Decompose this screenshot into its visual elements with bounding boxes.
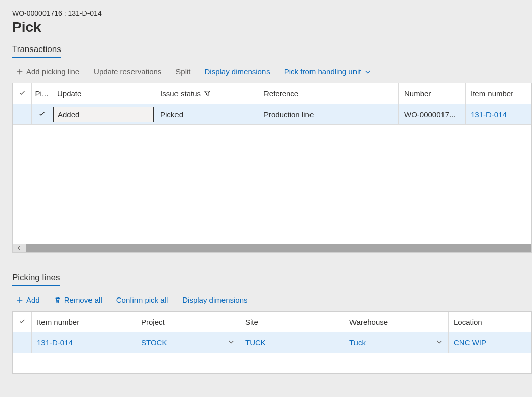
column-header-issue-status[interactable]: Issue status — [155, 83, 258, 104]
scroll-left-button[interactable] — [13, 244, 26, 252]
add-button[interactable]: Add — [16, 295, 40, 304]
row-update-cell[interactable]: Added — [52, 104, 155, 124]
trash-icon — [54, 296, 61, 304]
row-select-cell[interactable] — [13, 104, 32, 124]
add-picking-line-button[interactable]: Add picking line — [16, 67, 79, 76]
transactions-grid-body — [13, 125, 531, 244]
checkmark-icon — [19, 318, 26, 326]
picking-lines-toolbar: Add Remove all Confirm pick all Display … — [12, 293, 532, 311]
chevron-down-icon — [228, 338, 235, 347]
split-button[interactable]: Split — [175, 67, 190, 76]
transactions-grid: Pi... Update Issue status Reference Numb… — [12, 83, 532, 253]
row-project-value: STOCK — [141, 338, 167, 347]
display-dimensions-label: Display dimensions — [205, 67, 270, 76]
column-header-location[interactable]: Location — [449, 312, 531, 332]
row-item-number-link[interactable]: 131-D-014 — [32, 332, 136, 353]
chevron-down-icon — [364, 68, 371, 75]
confirm-pick-all-label: Confirm pick all — [116, 295, 168, 304]
row-reference-cell[interactable]: Production line — [258, 104, 399, 124]
column-header-warehouse[interactable]: Warehouse — [344, 312, 449, 332]
filter-icon — [204, 90, 211, 97]
column-header-update[interactable]: Update — [52, 83, 155, 104]
row-item-number-link[interactable]: 131-D-014 — [466, 104, 531, 124]
confirm-pick-all-button[interactable]: Confirm pick all — [116, 295, 168, 304]
remove-all-button[interactable]: Remove all — [54, 295, 102, 304]
picking-display-dimensions-button[interactable]: Display dimensions — [182, 295, 247, 304]
chevron-down-icon — [436, 338, 443, 347]
row-location-cell[interactable]: CNC WIP — [449, 332, 531, 353]
row-issue-status-cell[interactable]: Picked — [155, 104, 258, 124]
row-project-dropdown[interactable]: STOCK — [136, 332, 240, 353]
split-label: Split — [175, 67, 190, 76]
row-site-cell[interactable]: TUCK — [240, 332, 344, 353]
update-reservations-button[interactable]: Update reservations — [94, 67, 161, 76]
page-title: Pick — [12, 19, 532, 35]
column-header-item-number[interactable]: Item number — [32, 312, 136, 332]
column-header-issue-status-label: Issue status — [160, 89, 201, 98]
table-row[interactable]: Added Picked Production line WO-0000017.… — [13, 104, 531, 125]
select-all-cell[interactable] — [13, 83, 32, 104]
transactions-header-row: Pi... Update Issue status Reference Numb… — [13, 83, 531, 104]
picking-lines-grid: Item number Project Site Warehouse Locat… — [12, 311, 532, 374]
transactions-toolbar: Add picking line Update reservations Spl… — [12, 65, 532, 83]
update-input[interactable]: Added — [53, 107, 154, 122]
update-reservations-label: Update reservations — [94, 67, 161, 76]
plus-icon — [16, 296, 23, 304]
column-header-site[interactable]: Site — [240, 312, 344, 332]
remove-all-label: Remove all — [64, 295, 102, 304]
checkmark-icon — [19, 89, 26, 98]
plus-icon — [16, 68, 23, 75]
checkmark-icon — [38, 110, 46, 119]
section-heading-picking-lines: Picking lines — [12, 273, 60, 286]
display-dimensions-button[interactable]: Display dimensions — [205, 67, 270, 76]
column-header-reference[interactable]: Reference — [258, 83, 399, 104]
column-header-pi[interactable]: Pi... — [32, 83, 52, 104]
row-select-cell[interactable] — [13, 332, 32, 353]
table-row[interactable]: 131-D-014 STOCK TUCK Tuck CNC WIP — [13, 332, 531, 353]
column-header-item-number[interactable]: Item number — [466, 83, 531, 104]
add-label: Add — [26, 295, 40, 304]
pick-from-handling-unit-label: Pick from handling unit — [284, 67, 361, 76]
breadcrumb: WO-000001716 : 131-D-014 — [12, 9, 532, 17]
picking-display-dimensions-label: Display dimensions — [182, 295, 247, 304]
column-header-project[interactable]: Project — [136, 312, 240, 332]
pick-from-handling-unit-menu[interactable]: Pick from handling unit — [284, 67, 371, 76]
row-warehouse-dropdown[interactable]: Tuck — [344, 332, 449, 353]
row-pi-cell[interactable] — [32, 104, 52, 124]
picking-lines-grid-body — [13, 353, 531, 373]
add-picking-line-label: Add picking line — [26, 67, 79, 76]
row-number-cell[interactable]: WO-0000017... — [399, 104, 466, 124]
row-warehouse-value: Tuck — [349, 338, 366, 347]
section-heading-transactions: Transactions — [12, 44, 61, 58]
column-header-number[interactable]: Number — [399, 83, 466, 104]
horizontal-scrollbar[interactable] — [13, 244, 531, 252]
select-all-cell[interactable] — [13, 312, 32, 332]
picking-lines-header-row: Item number Project Site Warehouse Locat… — [13, 312, 531, 332]
